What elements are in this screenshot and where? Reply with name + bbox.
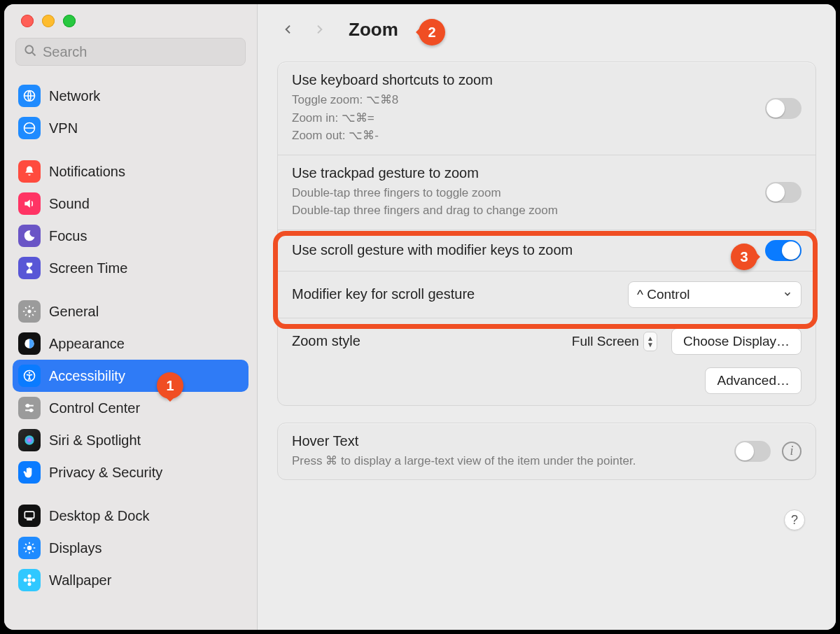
sidebar-item-privacy[interactable]: Privacy & Security [13, 456, 248, 488]
speaker-icon [18, 192, 41, 215]
search-field[interactable] [15, 38, 246, 66]
header: Zoom [258, 4, 836, 55]
zoom-style-select[interactable]: Full Screen ▲▼ [569, 330, 660, 353]
toggle-trackpad[interactable] [765, 182, 802, 203]
sidebar-item-displays[interactable]: Displays [13, 532, 248, 564]
row-title: Use scroll gesture with modifier keys to… [292, 242, 754, 258]
sidebar-item-label: Accessibility [49, 368, 125, 384]
dock-icon [18, 505, 41, 527]
select-value: Full Screen [572, 334, 639, 349]
sidebar-item-label: Screen Time [49, 260, 127, 276]
advanced-button[interactable]: Advanced… [705, 367, 802, 394]
sidebar-item-screentime[interactable]: Screen Time [13, 252, 248, 284]
sidebar-item-general[interactable]: General [13, 295, 248, 327]
sidebar-item-label: General [49, 304, 99, 320]
minimize-window-button[interactable] [42, 15, 55, 27]
sidebar-item-accessibility[interactable]: Accessibility [13, 360, 248, 392]
button-label: Choose Display… [683, 334, 790, 349]
sidebar-item-label: Control Center [49, 400, 140, 416]
row-title: Zoom style [292, 333, 558, 349]
svg-point-27 [24, 579, 27, 582]
sidebar-item-label: VPN [49, 120, 78, 136]
svg-point-12 [24, 435, 34, 444]
sidebar-item-label: Notifications [49, 164, 125, 180]
toggle-scroll-gesture[interactable] [765, 240, 802, 261]
svg-line-22 [32, 544, 34, 545]
search-input[interactable] [43, 44, 238, 60]
row-modifier-key: Modifier key for scroll gesture ^ Contro… [278, 271, 816, 318]
row-desc: Double-tap three fingers to toggle zoom … [292, 184, 754, 220]
info-icon[interactable]: i [782, 442, 802, 461]
row-title: Use trackpad gesture to zoom [292, 165, 754, 181]
svg-point-28 [31, 579, 35, 582]
svg-line-23 [25, 551, 27, 552]
annotation-callout-3: 3 [731, 244, 757, 270]
sidebar-item-appearance[interactable]: Appearance [13, 327, 248, 360]
button-label: Advanced… [717, 373, 790, 388]
search-icon [23, 43, 37, 61]
modifier-key-select[interactable]: ^ Control [628, 281, 802, 308]
vpn-icon [18, 117, 41, 139]
sidebar-item-sound[interactable]: Sound [13, 188, 248, 220]
sidebar-item-label: Network [49, 88, 100, 104]
select-value: ^ Control [637, 287, 690, 302]
svg-rect-14 [27, 519, 32, 521]
sidebar-item-vpn[interactable]: VPN [13, 112, 248, 144]
sidebar: Network VPN Notifications Sound [4, 4, 258, 630]
sidebar-item-focus[interactable]: Focus [13, 220, 248, 252]
row-title: Modifier key for scroll gesture [292, 286, 617, 302]
sidebar-item-siri[interactable]: Siri & Spotlight [13, 424, 248, 456]
sidebar-item-label: Appearance [49, 336, 125, 352]
sidebar-item-controlcenter[interactable]: Control Center [13, 392, 248, 424]
chevron-down-icon [783, 287, 792, 302]
svg-point-4 [28, 310, 31, 314]
siri-icon [18, 429, 41, 451]
flower-icon [18, 569, 41, 591]
svg-point-26 [28, 582, 31, 586]
sidebar-list: Network VPN Notifications Sound [4, 74, 257, 596]
sidebar-item-label: Focus [49, 228, 87, 244]
row-kb-shortcuts: Use keyboard shortcuts to zoom Toggle zo… [278, 62, 816, 155]
hourglass-icon [18, 257, 41, 279]
sidebar-item-label: Privacy & Security [49, 465, 162, 481]
sidebar-item-notifications[interactable]: Notifications [13, 155, 248, 188]
row-title: Hover Text [292, 433, 723, 449]
page-title: Zoom [349, 19, 398, 41]
annotation-callout-2: 2 [419, 19, 445, 45]
globe-icon [18, 85, 41, 107]
forward-button[interactable] [312, 20, 326, 39]
zoom-window-button[interactable] [63, 15, 76, 27]
brightness-icon [18, 537, 41, 559]
help-button[interactable]: ? [784, 509, 805, 530]
toggle-kb-shortcuts[interactable] [765, 98, 802, 119]
sidebar-item-label: Siri & Spotlight [49, 432, 141, 449]
sidebar-item-wallpaper[interactable]: Wallpaper [13, 564, 248, 596]
sidebar-item-network[interactable]: Network [13, 80, 248, 112]
hover-panel: Hover Text Press ⌘ to display a large-te… [277, 423, 816, 481]
choose-display-button[interactable]: Choose Display… [671, 328, 802, 355]
annotation-callout-1: 1 [157, 372, 183, 399]
back-button[interactable] [281, 20, 295, 39]
zoom-panel: Use keyboard shortcuts to zoom Toggle zo… [277, 62, 816, 406]
sidebar-item-label: Wallpaper [49, 572, 111, 589]
gear-icon [18, 300, 41, 323]
row-advanced: Advanced… [278, 365, 816, 405]
sidebar-item-desktopdock[interactable]: Desktop & Dock [13, 500, 248, 532]
row-trackpad: Use trackpad gesture to zoom Double-tap … [278, 155, 816, 230]
accessibility-icon [18, 365, 41, 387]
close-window-button[interactable] [21, 15, 34, 27]
sliders-icon [18, 397, 41, 419]
row-desc: Toggle zoom: ⌥⌘8 Zoom in: ⌥⌘= Zoom out: … [292, 91, 754, 145]
svg-point-24 [28, 579, 31, 582]
svg-point-7 [29, 372, 31, 374]
sidebar-item-label: Displays [49, 540, 102, 556]
svg-point-11 [30, 409, 32, 411]
toggle-hover-text[interactable] [734, 441, 771, 462]
updown-icon: ▲▼ [643, 332, 657, 351]
row-hover-text: Hover Text Press ⌘ to display a large-te… [278, 423, 816, 480]
svg-line-1 [32, 52, 36, 55]
sidebar-item-label: Sound [49, 196, 90, 212]
row-title: Use keyboard shortcuts to zoom [292, 72, 754, 88]
svg-rect-13 [24, 512, 34, 518]
svg-line-21 [32, 551, 34, 552]
